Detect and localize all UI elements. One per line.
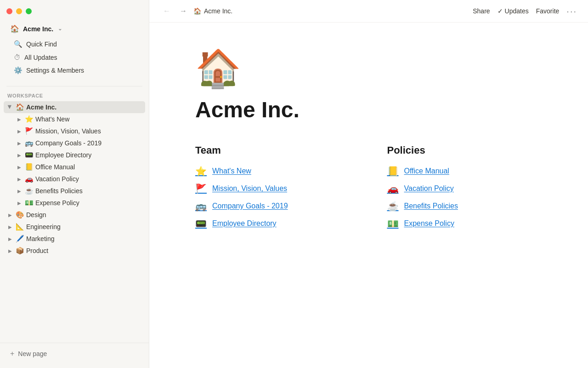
breadcrumb-text: Acme Inc. bbox=[204, 7, 232, 15]
sidebar-item-marketing[interactable]: ▶ 🖊️ Marketing bbox=[4, 233, 145, 245]
acme-label: Acme Inc. bbox=[26, 104, 57, 111]
expense-link-label: Expense Policy bbox=[404, 219, 454, 228]
link-company-goals[interactable]: 🚌 Company Goals - 2019 bbox=[195, 201, 351, 212]
toggle-icon[interactable]: ▶ bbox=[16, 151, 23, 159]
office-manual-link-label: Office Manual bbox=[404, 167, 449, 175]
toggle-icon[interactable]: ▶ bbox=[16, 187, 23, 195]
team-section: Team ⭐ What's New 🚩 Mission, Vision, Val… bbox=[195, 144, 351, 229]
toggle-icon[interactable]: ▶ bbox=[16, 163, 23, 171]
sidebar-item-employee-directory[interactable]: ▶ 📟 Employee Directory bbox=[13, 149, 145, 161]
sidebar-item-vacation-policy[interactable]: ▶ 🚗 Vacation Policy bbox=[13, 173, 145, 185]
page-icon: 🏠 bbox=[195, 50, 542, 87]
team-heading: Team bbox=[195, 144, 351, 156]
employee-dir-emoji: 📟 bbox=[25, 151, 34, 159]
sidebar-item-product[interactable]: ▶ 📦 Product bbox=[4, 245, 145, 257]
marketing-emoji: 🖊️ bbox=[16, 235, 24, 243]
company-goals-link-label: Company Goals - 2019 bbox=[212, 202, 288, 210]
toggle-icon[interactable]: ▶ bbox=[16, 127, 23, 135]
policies-section: Policies 📒 Office Manual 🚗 Vacation Poli… bbox=[387, 144, 543, 229]
vacation-policy-label: Vacation Policy bbox=[35, 175, 79, 183]
link-mission[interactable]: 🚩 Mission, Vision, Values bbox=[195, 183, 351, 194]
link-expense[interactable]: 💵 Expense Policy bbox=[387, 218, 543, 229]
sidebar-bottom: + New page bbox=[0, 343, 149, 368]
sidebar: 🏠 Acme Inc. ⌄ 🔍 Quick Find ⏱ All Updates… bbox=[0, 0, 149, 368]
design-emoji: 🎨 bbox=[16, 211, 24, 219]
all-updates-label: All Updates bbox=[24, 54, 57, 61]
main-content: ← → 🏠 Acme Inc. Share ✓ Updates Favorite… bbox=[149, 0, 588, 368]
expense-link-emoji: 💵 bbox=[387, 218, 399, 229]
share-label: Share bbox=[473, 7, 490, 15]
sidebar-item-benefits[interactable]: ▶ ☕ Benefits Policies bbox=[13, 185, 145, 197]
all-updates-item[interactable]: ⏱ All Updates bbox=[10, 51, 139, 63]
plus-icon: + bbox=[10, 350, 14, 358]
toggle-icon[interactable]: ▶ bbox=[6, 235, 14, 242]
updates-label: Updates bbox=[505, 7, 529, 15]
benefits-label: Benefits Policies bbox=[35, 187, 83, 195]
page-sections: Team ⭐ What's New 🚩 Mission, Vision, Val… bbox=[195, 144, 542, 229]
close-button[interactable] bbox=[6, 8, 12, 14]
workspace-icon: 🏠 bbox=[10, 24, 19, 33]
toggle-icon[interactable]: ▶ bbox=[16, 115, 23, 123]
traffic-lights bbox=[6, 6, 142, 14]
topbar-left: ← → 🏠 Acme Inc. bbox=[160, 5, 232, 17]
gear-icon: ⚙️ bbox=[14, 66, 23, 75]
toggle-icon[interactable]: ▶ bbox=[6, 223, 14, 230]
policies-heading: Policies bbox=[387, 144, 543, 156]
whats-new-label: What's New bbox=[35, 115, 69, 123]
sidebar-item-office-manual[interactable]: ▶ 📒 Office Manual bbox=[13, 161, 145, 173]
toggle-icon[interactable]: ▶ bbox=[16, 199, 23, 207]
product-label: Product bbox=[26, 247, 48, 254]
link-office-manual[interactable]: 📒 Office Manual bbox=[387, 166, 543, 177]
toggle-icon[interactable]: ▶ bbox=[6, 211, 14, 218]
favorite-button[interactable]: Favorite bbox=[536, 7, 560, 15]
minimize-button[interactable] bbox=[16, 8, 22, 14]
search-icon: 🔍 bbox=[14, 40, 23, 48]
expand-icon[interactable]: ▶ bbox=[6, 104, 14, 111]
share-button[interactable]: Share bbox=[473, 7, 490, 15]
sidebar-divider bbox=[6, 86, 142, 86]
office-manual-link-emoji: 📒 bbox=[387, 166, 399, 177]
employee-dir-label: Employee Directory bbox=[35, 151, 91, 159]
back-button[interactable]: ← bbox=[160, 5, 173, 17]
toggle-icon[interactable]: ▶ bbox=[16, 139, 23, 147]
toggle-icon[interactable]: ▶ bbox=[16, 175, 23, 183]
topbar: ← → 🏠 Acme Inc. Share ✓ Updates Favorite… bbox=[149, 0, 588, 23]
policies-links: 📒 Office Manual 🚗 Vacation Policy ☕ Bene… bbox=[387, 166, 543, 229]
tree-children: ▶ ⭐ What's New ▶ 🚩 Mission, Vision, Valu… bbox=[4, 113, 145, 209]
link-whats-new[interactable]: ⭐ What's New bbox=[195, 166, 351, 177]
topbar-right: Share ✓ Updates Favorite ··· bbox=[473, 6, 577, 17]
team-links: ⭐ What's New 🚩 Mission, Vision, Values 🚌… bbox=[195, 166, 351, 229]
link-benefits[interactable]: ☕ Benefits Policies bbox=[387, 201, 543, 212]
design-label: Design bbox=[26, 211, 46, 218]
favorite-label: Favorite bbox=[536, 7, 560, 15]
vacation-policy-link-emoji: 🚗 bbox=[387, 183, 399, 194]
sidebar-item-design[interactable]: ▶ 🎨 Design bbox=[4, 209, 145, 221]
company-goals-link-emoji: 🚌 bbox=[195, 201, 207, 212]
settings-item[interactable]: ⚙️ Settings & Members bbox=[10, 64, 139, 77]
new-page-button[interactable]: + New page bbox=[6, 347, 142, 361]
acme-emoji: 🏠 bbox=[16, 103, 24, 111]
vacation-policy-emoji: 🚗 bbox=[25, 175, 34, 183]
sidebar-item-company-goals[interactable]: ▶ 🚌 Company Goals - 2019 bbox=[13, 137, 145, 149]
breadcrumb-emoji: 🏠 bbox=[193, 7, 201, 15]
expense-label: Expense Policy bbox=[35, 199, 79, 207]
toggle-icon[interactable]: ▶ bbox=[6, 247, 14, 254]
sidebar-item-expense[interactable]: ▶ 💵 Expense Policy bbox=[13, 197, 145, 209]
marketing-label: Marketing bbox=[26, 235, 54, 242]
breadcrumb: 🏠 Acme Inc. bbox=[193, 7, 232, 15]
page-title: Acme Inc. bbox=[195, 98, 542, 122]
updates-button[interactable]: ✓ Updates bbox=[498, 7, 529, 15]
quick-find-item[interactable]: 🔍 Quick Find bbox=[10, 38, 139, 51]
sidebar-item-acme[interactable]: ▶ 🏠 Acme Inc. bbox=[4, 101, 145, 113]
forward-button[interactable]: → bbox=[177, 5, 190, 17]
maximize-button[interactable] bbox=[26, 8, 32, 14]
link-vacation-policy[interactable]: 🚗 Vacation Policy bbox=[387, 183, 543, 194]
workspace-title[interactable]: 🏠 Acme Inc. ⌄ bbox=[6, 22, 142, 36]
sidebar-item-whats-new[interactable]: ▶ ⭐ What's New bbox=[13, 113, 145, 125]
sidebar-item-engineering[interactable]: ▶ 📐 Engineering bbox=[4, 221, 145, 233]
sidebar-item-mission[interactable]: ▶ 🚩 Mission, Vision, Values bbox=[13, 125, 145, 137]
link-employee-directory[interactable]: 📟 Employee Directory bbox=[195, 218, 351, 229]
product-emoji: 📦 bbox=[16, 247, 24, 255]
more-options-button[interactable]: ··· bbox=[566, 6, 577, 17]
mission-link-emoji: 🚩 bbox=[195, 183, 207, 194]
